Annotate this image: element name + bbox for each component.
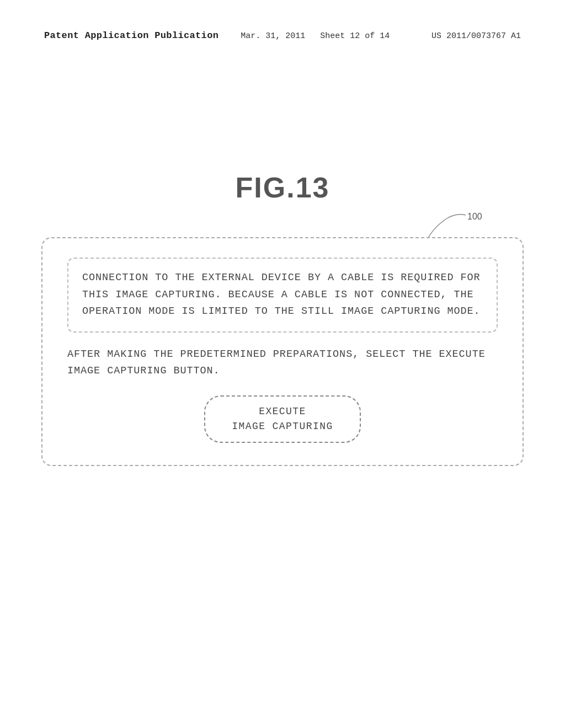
execute-image-capturing-button[interactable]: EXECUTE IMAGE CAPTURING [204,395,361,443]
after-message: AFTER MAKING THE PREDETERMINED PREPARATI… [67,346,498,380]
svg-text:100: 100 [467,212,482,221]
page: Patent Application Publication Mar. 31, … [0,0,565,728]
header: Patent Application Publication Mar. 31, … [44,30,521,41]
patent-number: US 2011/0073767 A1 [431,31,521,41]
dialog-box: CONNECTION TO THE EXTERNAL DEVICE BY A C… [41,237,524,466]
connection-message: CONNECTION TO THE EXTERNAL DEVICE BY A C… [82,270,483,320]
figure-label: FIG.13 [236,171,330,204]
header-date: Mar. 31, 2011 Sheet 12 of 14 [241,31,390,41]
inner-message-box: CONNECTION TO THE EXTERNAL DEVICE BY A C… [67,258,498,333]
publication-label: Patent Application Publication [44,30,218,41]
execute-button-wrapper: EXECUTE IMAGE CAPTURING [67,395,498,443]
